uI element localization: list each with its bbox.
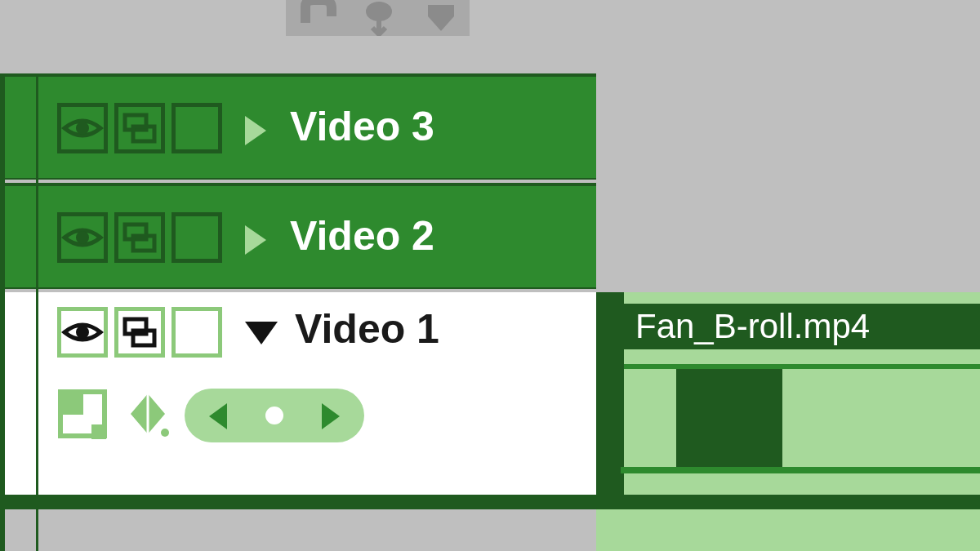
toggle-visibility-button[interactable] <box>57 103 108 153</box>
svg-point-1 <box>76 122 89 135</box>
clip-name-label[interactable]: Fan_B-roll.mp4 <box>624 304 980 349</box>
add-keyframe-button[interactable] <box>265 407 283 424</box>
track-timeline-video2[interactable] <box>596 183 980 289</box>
clip-left-edge <box>596 292 624 496</box>
track-name-label[interactable]: Video 2 <box>290 212 434 260</box>
frame-blend-button[interactable] <box>57 389 108 439</box>
track-lock-column-divider <box>36 73 38 551</box>
track-header-video2[interactable]: Video 2 <box>0 183 596 289</box>
expand-track-button[interactable] <box>245 225 266 255</box>
clip-rubber-band[interactable] <box>621 467 980 473</box>
toolbar-tool-group <box>286 0 470 36</box>
playhead-icon[interactable] <box>423 2 459 36</box>
collapse-track-button[interactable] <box>245 322 278 344</box>
track-timeline-video3[interactable] <box>596 73 980 180</box>
track-separator <box>0 495 980 509</box>
track-lock-button[interactable] <box>172 103 222 153</box>
timeline-toolbar <box>0 0 980 73</box>
show-keyframes-button[interactable] <box>124 390 163 429</box>
track-header-video3[interactable]: Video 3 <box>0 73 596 180</box>
toggle-visibility-button[interactable] <box>57 307 108 358</box>
svg-point-7 <box>76 326 89 339</box>
keyframe-navigator <box>185 389 364 442</box>
track-header-edge <box>0 73 5 551</box>
set-display-style-button[interactable] <box>114 212 165 263</box>
next-keyframe-button[interactable] <box>322 403 340 429</box>
track-name-label[interactable]: Video 1 <box>295 305 439 353</box>
track-timeline-video1[interactable]: Fan_B-roll.mp4 <box>596 292 980 496</box>
track-lock-button[interactable] <box>172 212 222 263</box>
toggle-visibility-button[interactable] <box>57 212 108 263</box>
prev-keyframe-button[interactable] <box>209 403 227 429</box>
marker-icon[interactable] <box>361 0 397 36</box>
svg-rect-12 <box>91 424 106 439</box>
set-display-style-button[interactable] <box>114 103 165 153</box>
snap-icon[interactable] <box>296 0 336 36</box>
svg-point-14 <box>161 429 169 437</box>
set-display-style-button[interactable] <box>114 307 165 358</box>
track-header-video1[interactable]: Video 1 <box>5 292 596 496</box>
svg-point-4 <box>76 231 89 244</box>
track-lock-button[interactable] <box>172 307 222 358</box>
track-audio-area[interactable] <box>0 509 980 551</box>
expand-track-button[interactable] <box>245 116 266 145</box>
svg-rect-11 <box>60 392 83 415</box>
track-audio-header <box>0 509 596 551</box>
track-name-label[interactable]: Video 3 <box>290 103 434 150</box>
clip-thumbnail <box>676 369 782 467</box>
